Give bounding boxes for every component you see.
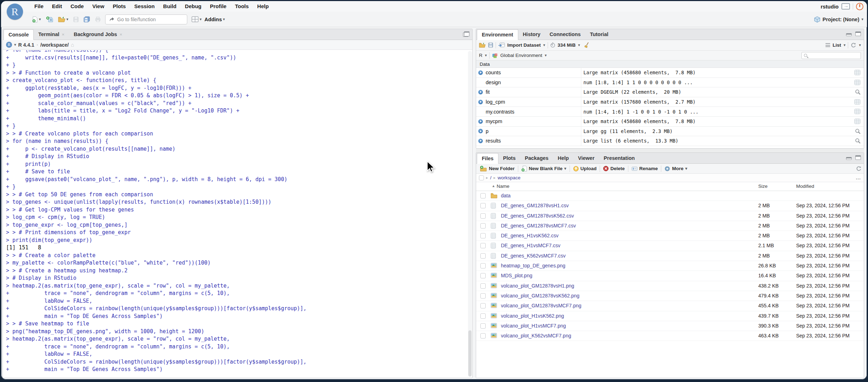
environment-row[interactable]: mycpmLarge matrix (458680 elements, 7.8 … (476, 117, 864, 127)
new-project-button[interactable]: R (45, 15, 55, 24)
maximize-pane-icon[interactable] (855, 31, 861, 36)
tab-environment[interactable]: Environment (477, 29, 518, 40)
column-header-name[interactable]: Name (497, 184, 509, 189)
file-row[interactable]: volcano_plot_GM12878vsH1.png438.2 KBSep … (476, 281, 864, 291)
more-button[interactable]: More▾ (663, 165, 689, 172)
file-name-link[interactable]: volcano_plot_GM12878vsH1.png (501, 283, 574, 289)
delete-button[interactable]: Delete (601, 165, 627, 172)
tab-background-jobs[interactable]: Background Jobs× (69, 29, 127, 40)
file-checkbox[interactable] (480, 273, 486, 278)
list-view-button[interactable]: List (833, 42, 841, 48)
file-name-link[interactable]: volcano_plot_H1vsK562.png (501, 313, 564, 319)
menu-item-tools[interactable]: Tools (231, 1, 253, 12)
open-file-button[interactable]: ▾ (57, 15, 70, 23)
upload-button[interactable]: Upload (571, 165, 599, 172)
file-row[interactable]: DE_genes_H1vsMCF7.csv2.1 MBSep 23, 2024,… (476, 241, 864, 251)
environment-row[interactable]: log_cpmLarge matrix (157680 elements, 2.… (476, 97, 864, 107)
grid-icon[interactable] (854, 99, 861, 106)
file-row[interactable]: DE_genes_H1vsK562.csv2 MBSep 23, 2024, 1… (476, 231, 864, 241)
maximize-pane-icon[interactable] (855, 155, 861, 160)
goto-file-box[interactable]: Go to file/function (105, 15, 187, 24)
select-all-checkbox[interactable] (479, 175, 484, 180)
tab-tutorial[interactable]: Tutorial (585, 29, 613, 40)
file-row[interactable]: DE_genes_GM12878vsMCF7.csv2 MBSep 23, 20… (476, 221, 864, 231)
file-name-link[interactable]: DE_genes_GM12878vsMCF7.csv (501, 223, 576, 228)
expand-icon[interactable] (478, 100, 483, 104)
file-checkbox[interactable] (480, 213, 486, 219)
memory-usage-button[interactable]: 334 MiB (558, 42, 576, 48)
file-row[interactable]: MDS_plot.png16.4 KBSep 23, 2024, 12:56 P… (476, 271, 864, 281)
file-checkbox[interactable] (480, 203, 486, 208)
tab-presentation[interactable]: Presentation (599, 153, 639, 163)
file-name-link[interactable]: volcano_plot_H1vsMCF7.png (501, 323, 566, 329)
menu-item-view[interactable]: View (88, 1, 109, 12)
file-name-link[interactable]: data (501, 193, 510, 198)
breadcrumb-root[interactable]: / (490, 175, 492, 180)
close-icon[interactable]: × (120, 32, 122, 37)
breadcrumb-more-button[interactable]: ... (856, 175, 861, 180)
save-workspace-icon[interactable] (488, 42, 493, 48)
file-row[interactable]: volcano_plot_GM12878vsK562.png479.4 KBSe… (476, 291, 864, 301)
file-row[interactable]: DE_genes_K562vsMCF7.csv2 MBSep 23, 2024,… (476, 251, 864, 261)
file-row[interactable]: data (476, 191, 864, 201)
menu-item-file[interactable]: File (30, 1, 48, 12)
file-name-link[interactable]: DE_genes_H1vsK562.csv (501, 233, 559, 238)
file-row[interactable]: volcano_plot_H1vsK562.png439.7 KBSep 23,… (476, 311, 864, 321)
environment-row[interactable]: fitLarge DGEGLM (22 elements, 20 MB) (476, 87, 864, 97)
tab-terminal[interactable]: Terminal× (34, 29, 69, 40)
column-header-modified[interactable]: Modified (796, 184, 814, 189)
maximize-pane-icon[interactable] (463, 31, 469, 37)
home-icon[interactable]: ⌂ (71, 42, 74, 48)
clear-objects-icon[interactable] (584, 42, 590, 48)
expand-icon[interactable] (478, 70, 483, 75)
magnifier-icon[interactable] (855, 89, 861, 96)
minimize-pane-icon[interactable] (846, 33, 852, 36)
print-button[interactable] (93, 16, 102, 23)
environment-row[interactable]: resultsLarge list (6 elements, 13.3 MB) (476, 136, 864, 146)
r-icon[interactable]: R (6, 42, 12, 48)
file-row[interactable]: heatmap_top_DE_genes.png26.8 KBSep 23, 2… (476, 261, 864, 271)
expand-icon[interactable] (478, 139, 483, 143)
file-checkbox[interactable] (480, 233, 486, 238)
file-name-link[interactable]: volcano_plot_K562vsMCF7.png (501, 333, 571, 338)
grid-icon[interactable] (854, 80, 861, 87)
file-checkbox[interactable] (480, 223, 486, 228)
environment-row[interactable]: pLarge gg (11 elements, 2.3 MB) (476, 127, 864, 137)
file-name-link[interactable]: volcano_plot_GM12878vsK562.png (501, 293, 579, 299)
refresh-icon[interactable] (856, 166, 862, 172)
expand-icon[interactable] (478, 119, 483, 124)
menu-item-code[interactable]: Code (66, 1, 88, 12)
console-scrollbar[interactable] (468, 51, 472, 377)
file-name-link[interactable]: heatmap_top_DE_genes.png (501, 263, 565, 268)
breadcrumb-folder[interactable]: workspace (498, 175, 521, 180)
save-button[interactable] (72, 16, 80, 23)
refresh-icon[interactable] (851, 42, 856, 48)
file-checkbox[interactable] (480, 313, 486, 319)
new-file-button[interactable]: ▾ (31, 15, 42, 24)
new-folder-button[interactable]: New Folder (478, 165, 516, 172)
environment-search-input[interactable] (801, 52, 861, 59)
close-icon[interactable]: × (62, 32, 65, 37)
menu-item-edit[interactable]: Edit (48, 1, 66, 12)
file-name-link[interactable]: DE_genes_GM12878vsH1.csv (501, 203, 569, 208)
project-selector[interactable]: Project: (None) (823, 17, 860, 22)
tab-plots[interactable]: Plots (498, 153, 520, 163)
import-dataset-button[interactable]: Import Dataset (507, 42, 541, 48)
magnifier-icon[interactable] (855, 138, 861, 145)
save-all-button[interactable] (82, 15, 91, 23)
environment-scope-selector[interactable]: Global Environment (500, 53, 542, 58)
menu-item-debug[interactable]: Debug (181, 1, 206, 12)
addins-button[interactable]: Addins ▾ (203, 16, 227, 23)
environment-row[interactable]: countsLarge matrix (458680 elements, 7.8… (476, 68, 864, 78)
file-row[interactable]: volcano_plot_K562vsMCF7.png463.4 KBSep 2… (476, 331, 864, 341)
grid-icon[interactable] (854, 70, 861, 77)
console-output[interactable]: > for (name in names(results)) {+ write.… (3, 50, 467, 378)
file-checkbox[interactable] (480, 333, 486, 338)
menu-item-help[interactable]: Help (253, 1, 273, 12)
tab-connections[interactable]: Connections (545, 29, 586, 40)
file-checkbox[interactable] (480, 253, 486, 259)
menu-item-session[interactable]: Session (130, 1, 159, 12)
file-checkbox[interactable] (480, 293, 486, 299)
file-name-link[interactable]: MDS_plot.png (501, 273, 532, 278)
tab-history[interactable]: History (518, 29, 545, 40)
